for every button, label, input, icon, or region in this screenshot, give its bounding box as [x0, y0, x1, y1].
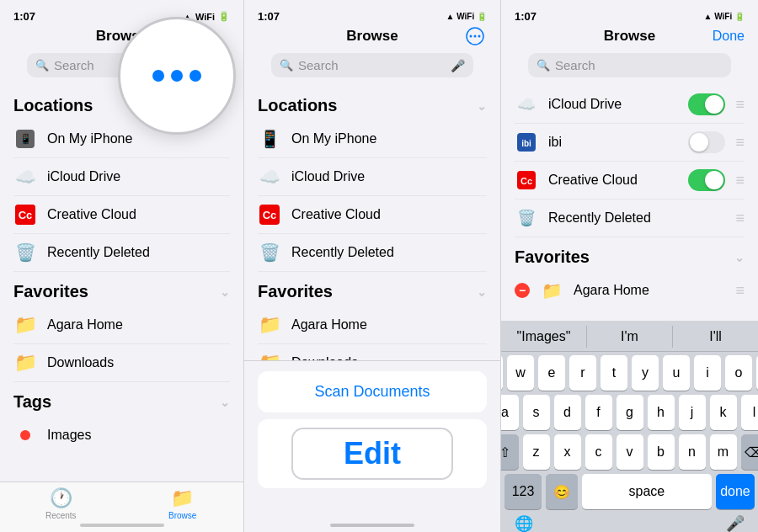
key-y[interactable]: y — [632, 355, 659, 391]
drag-handle-icon[interactable]: ≡ — [735, 210, 745, 227]
space-key[interactable]: space — [582, 474, 712, 509]
item-label: Agara Home — [574, 283, 725, 298]
predictive-item[interactable]: I'll — [673, 326, 758, 348]
key-row-3: ⇧ z x c v b n m ⌫ — [504, 434, 755, 470]
key-r[interactable]: r — [569, 355, 596, 391]
tags-label: Tags — [13, 392, 51, 412]
icloud-toggle[interactable] — [688, 93, 725, 115]
home-indicator — [80, 524, 164, 527]
browse-icon: 📁 — [171, 487, 194, 509]
list-item[interactable]: ☁️ iCloud Drive ≡ — [515, 86, 745, 124]
key-k[interactable]: k — [710, 395, 737, 430]
key-t[interactable]: t — [601, 355, 627, 391]
key-j[interactable]: j — [679, 395, 706, 430]
key-l[interactable]: l — [741, 395, 759, 430]
home-indicator — [330, 524, 414, 527]
done-button[interactable]: Done — [713, 29, 745, 44]
search-icon: 🔍 — [35, 59, 49, 72]
tab-recents[interactable]: 🕐 Recents — [0, 487, 122, 520]
list-item[interactable]: 🗑️ Recently Deleted — [13, 234, 230, 272]
locations-label: Locations — [13, 96, 93, 115]
drag-handle-icon[interactable]: ≡ — [735, 96, 745, 114]
key-q[interactable]: q — [501, 355, 503, 391]
list-item[interactable]: Cc Creative Cloud — [13, 196, 230, 234]
drag-handle-icon[interactable]: ≡ — [735, 172, 745, 189]
edit-button[interactable]: Edit — [258, 419, 487, 488]
search-bar[interactable]: 🔍 Search 🎤 — [271, 53, 473, 77]
key-e[interactable]: e — [538, 355, 565, 391]
key-w[interactable]: w — [507, 355, 534, 391]
item-label: iCloud Drive — [548, 97, 678, 112]
search-bar[interactable]: 🔍 Search — [528, 53, 731, 77]
key-o[interactable]: o — [725, 355, 752, 391]
phone-icon: 📱 — [13, 127, 37, 151]
list-item[interactable]: ☁️ iCloud Drive — [13, 158, 230, 196]
globe-icon[interactable]: 🌐 — [515, 514, 533, 532]
list-item[interactable]: 📱 On My iPhone — [258, 120, 487, 158]
list-item[interactable]: 📁 Downloads — [13, 344, 230, 382]
predictive-item[interactable]: "Images" — [501, 326, 587, 348]
delete-key[interactable]: ⌫ — [741, 434, 759, 470]
predictive-item[interactable]: I'm — [587, 326, 673, 348]
key-c[interactable]: c — [585, 434, 612, 470]
item-label: Creative Cloud — [548, 173, 678, 188]
more-options-overlay[interactable] — [118, 17, 236, 135]
svg-point-4 — [474, 35, 477, 38]
search-icon: 🔍 — [536, 59, 550, 72]
key-i[interactable]: i — [694, 355, 721, 391]
key-n[interactable]: n — [679, 434, 706, 470]
trash-icon: 🗑️ — [13, 241, 37, 264]
key-b[interactable]: b — [648, 434, 675, 470]
key-d[interactable]: d — [554, 395, 581, 430]
list-item[interactable]: 🗑️ Recently Deleted — [258, 234, 487, 272]
panel-2: 1:07 ▲ WiFi 🔋 Browse 🔍 Search 🎤 — [244, 0, 501, 532]
predictive-bar: "Images" I'm I'll — [501, 321, 758, 352]
list-item[interactable]: Cc Creative Cloud — [258, 196, 487, 234]
list-item[interactable]: ☁️ iCloud Drive — [258, 158, 487, 196]
remove-icon[interactable]: − — [515, 283, 530, 298]
key-v[interactable]: v — [617, 434, 643, 470]
favorites-label: Favorites — [13, 282, 88, 301]
ibi-toggle[interactable] — [688, 131, 725, 153]
list-item[interactable]: Cc Creative Cloud ≡ — [515, 162, 745, 200]
favorites-label: Favorites — [258, 282, 333, 301]
drag-handle-icon[interactable]: ≡ — [735, 134, 745, 152]
numbers-key[interactable]: 123 — [504, 474, 542, 509]
svg-text:ibi: ibi — [521, 139, 531, 148]
chevron-icon: ⌄ — [477, 99, 487, 113]
icloud-icon: ☁️ — [258, 165, 281, 189]
key-a[interactable]: a — [501, 395, 519, 430]
item-label: iCloud Drive — [291, 169, 487, 184]
scan-documents-button[interactable]: Scan Documents — [258, 371, 487, 412]
keyboard-bottom-bar: 🌐 🎤 — [501, 515, 758, 532]
mic-key-icon[interactable]: 🎤 — [726, 514, 745, 532]
list-item[interactable]: Images — [13, 417, 230, 454]
tab-recents-label: Recents — [45, 511, 77, 520]
key-f[interactable]: f — [585, 395, 612, 430]
list-item[interactable]: − 📁 Agara Home ≡ — [515, 272, 745, 305]
key-m[interactable]: m — [710, 434, 737, 470]
list-item[interactable]: ibi ibi ≡ — [515, 124, 745, 162]
key-u[interactable]: u — [663, 355, 690, 391]
key-h[interactable]: h — [648, 395, 675, 430]
key-x[interactable]: x — [554, 434, 581, 470]
key-s[interactable]: s — [523, 395, 550, 430]
key-z[interactable]: z — [523, 434, 550, 470]
locations-section-header: Locations ⌄ — [258, 86, 487, 120]
done-key[interactable]: done — [716, 474, 755, 509]
edit-label[interactable]: Edit — [291, 428, 453, 480]
tab-browse[interactable]: 📁 Browse — [122, 487, 244, 520]
list-item[interactable]: 📁 Agara Home — [13, 306, 230, 344]
item-label: Recently Deleted — [291, 245, 487, 260]
list-item[interactable]: 🗑️ Recently Deleted ≡ — [515, 200, 745, 237]
key-g[interactable]: g — [617, 395, 643, 430]
list-item[interactable]: 📁 Agara Home — [258, 306, 487, 344]
trash-icon: 🗑️ — [515, 206, 538, 230]
emoji-key[interactable]: 😊 — [546, 474, 578, 509]
red-dot-icon — [13, 423, 37, 447]
shift-key[interactable]: ⇧ — [501, 434, 519, 470]
more-button[interactable] — [463, 24, 487, 48]
drag-handle-icon[interactable]: ≡ — [735, 282, 745, 300]
favorites-section-header: Favorites ⌄ — [13, 272, 230, 306]
cc-toggle[interactable] — [688, 169, 725, 191]
